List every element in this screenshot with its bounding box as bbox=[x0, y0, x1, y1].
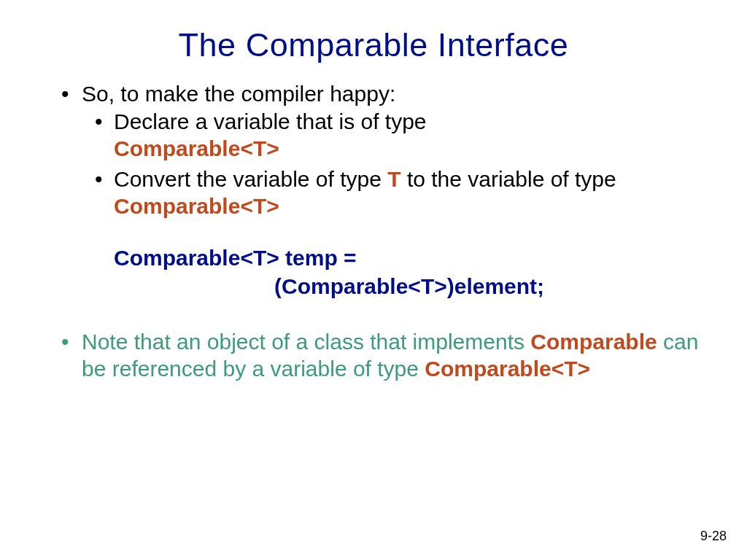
bullet-convert-code: Comparable<T> bbox=[114, 194, 279, 218]
code-example: Comparable<T> temp = (Comparable<T>)elem… bbox=[114, 244, 703, 300]
bullet-convert-text-a: Convert the variable of type bbox=[114, 167, 387, 191]
code-line-1: Comparable<T> temp = bbox=[114, 244, 703, 272]
bullet-intro: So, to make the compiler happy: Declare … bbox=[82, 80, 703, 300]
slide-title: The Comparable Interface bbox=[44, 26, 703, 64]
note-code: Comparable<T> bbox=[425, 357, 590, 381]
page-number: 9-28 bbox=[700, 529, 727, 544]
note-text-a: Note that an object of a class that impl… bbox=[82, 330, 530, 354]
bullet-convert-text-b: to the variable of type bbox=[401, 167, 616, 191]
bullet-declare: Declare a variable that is of type Compa… bbox=[114, 108, 703, 163]
bullet-note: Note that an object of a class that impl… bbox=[82, 328, 703, 383]
bullet-convert: Convert the variable of type T to the va… bbox=[114, 166, 703, 300]
slide-content: The Comparable Interface So, to make the… bbox=[0, 0, 747, 383]
bullet-intro-text: So, to make the compiler happy: bbox=[82, 82, 395, 106]
bullet-list: So, to make the compiler happy: Declare … bbox=[44, 80, 703, 383]
note-comparable: Comparable bbox=[530, 330, 657, 354]
sub-bullet-list: Declare a variable that is of type Compa… bbox=[82, 108, 703, 300]
bullet-declare-text: Declare a variable that is of type bbox=[114, 109, 427, 133]
bullet-declare-code: Comparable<T> bbox=[114, 136, 279, 160]
bullet-convert-t: T bbox=[387, 167, 400, 191]
code-line-2: (Comparable<T>)element; bbox=[114, 272, 703, 300]
